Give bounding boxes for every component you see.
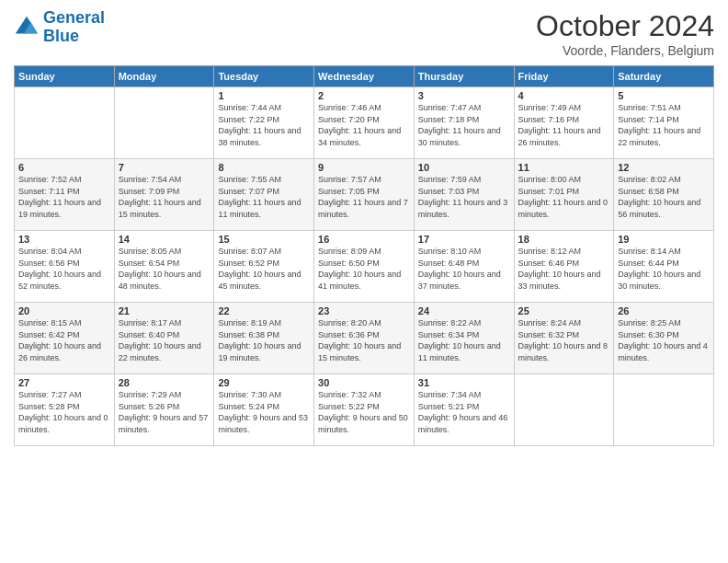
day-info: Sunrise: 7:30 AM Sunset: 5:24 PM Dayligh… [218,389,310,435]
day-cell [114,87,214,159]
day-cell: 6Sunrise: 7:52 AM Sunset: 7:11 PM Daylig… [15,159,115,231]
col-header-tuesday: Tuesday [214,66,314,87]
day-cell: 1Sunrise: 7:44 AM Sunset: 7:22 PM Daylig… [214,87,314,159]
day-number: 1 [218,90,310,101]
header: General Blue October 2024 Voorde, Flande… [14,9,714,58]
day-number: 12 [618,162,710,173]
day-cell: 10Sunrise: 7:59 AM Sunset: 7:03 PM Dayli… [414,159,514,231]
day-info: Sunrise: 8:05 AM Sunset: 6:54 PM Dayligh… [119,246,210,292]
day-info: Sunrise: 8:15 AM Sunset: 6:42 PM Dayligh… [18,317,110,363]
day-info: Sunrise: 7:52 AM Sunset: 7:11 PM Dayligh… [18,174,110,220]
day-info: Sunrise: 8:20 AM Sunset: 6:36 PM Dayligh… [318,317,410,363]
day-number: 4 [518,90,610,101]
col-header-friday: Friday [514,66,614,87]
day-number: 2 [318,90,410,101]
day-info: Sunrise: 7:51 AM Sunset: 7:14 PM Dayligh… [618,102,710,148]
day-info: Sunrise: 8:10 AM Sunset: 6:48 PM Dayligh… [418,246,510,292]
day-number: 23 [318,305,410,316]
logo-general: General [43,8,105,27]
day-number: 15 [218,234,310,245]
day-cell: 3Sunrise: 7:47 AM Sunset: 7:18 PM Daylig… [414,87,514,159]
col-header-saturday: Saturday [614,66,714,87]
day-number: 30 [318,377,410,388]
day-cell: 16Sunrise: 8:09 AM Sunset: 6:50 PM Dayli… [314,231,415,303]
day-info: Sunrise: 7:55 AM Sunset: 7:07 PM Dayligh… [218,174,310,220]
day-cell: 26Sunrise: 8:25 AM Sunset: 6:30 PM Dayli… [614,303,714,374]
day-number: 17 [418,234,510,245]
day-number: 24 [418,305,510,316]
day-cell: 23Sunrise: 8:20 AM Sunset: 6:36 PM Dayli… [314,303,415,374]
location: Voorde, Flanders, Belgium [536,43,714,58]
day-number: 22 [218,305,310,316]
day-info: Sunrise: 8:14 AM Sunset: 6:44 PM Dayligh… [618,246,710,292]
day-cell: 8Sunrise: 7:55 AM Sunset: 7:07 PM Daylig… [214,159,314,231]
col-header-wednesday: Wednesday [314,66,415,87]
day-number: 28 [119,377,210,388]
day-number: 16 [318,234,410,245]
day-info: Sunrise: 8:09 AM Sunset: 6:50 PM Dayligh… [318,246,410,292]
day-info: Sunrise: 8:24 AM Sunset: 6:32 PM Dayligh… [518,317,610,363]
week-row-0: 1Sunrise: 7:44 AM Sunset: 7:22 PM Daylig… [15,87,714,159]
day-info: Sunrise: 7:59 AM Sunset: 7:03 PM Dayligh… [418,174,510,220]
week-row-3: 20Sunrise: 8:15 AM Sunset: 6:42 PM Dayli… [15,303,714,374]
day-info: Sunrise: 8:07 AM Sunset: 6:52 PM Dayligh… [218,246,310,292]
day-cell: 5Sunrise: 7:51 AM Sunset: 7:14 PM Daylig… [614,87,714,159]
day-info: Sunrise: 8:17 AM Sunset: 6:40 PM Dayligh… [119,317,210,363]
day-info: Sunrise: 8:12 AM Sunset: 6:46 PM Dayligh… [518,246,610,292]
month-title: October 2024 [536,9,714,43]
day-number: 13 [18,234,110,245]
col-header-monday: Monday [114,66,214,87]
day-cell: 27Sunrise: 7:27 AM Sunset: 5:28 PM Dayli… [15,374,115,446]
day-number: 20 [18,305,110,316]
day-cell: 15Sunrise: 8:07 AM Sunset: 6:52 PM Dayli… [214,231,314,303]
day-cell: 20Sunrise: 8:15 AM Sunset: 6:42 PM Dayli… [15,303,115,374]
day-cell: 4Sunrise: 7:49 AM Sunset: 7:16 PM Daylig… [514,87,614,159]
day-cell: 14Sunrise: 8:05 AM Sunset: 6:54 PM Dayli… [114,231,214,303]
logo-blue: Blue [43,27,79,45]
calendar-table: SundayMondayTuesdayWednesdayThursdayFrid… [14,65,714,446]
day-info: Sunrise: 7:32 AM Sunset: 5:22 PM Dayligh… [318,389,410,435]
day-info: Sunrise: 7:29 AM Sunset: 5:26 PM Dayligh… [119,389,210,435]
day-cell: 24Sunrise: 8:22 AM Sunset: 6:34 PM Dayli… [414,303,514,374]
week-row-4: 27Sunrise: 7:27 AM Sunset: 5:28 PM Dayli… [15,374,714,446]
logo-icon [14,15,40,40]
day-cell: 18Sunrise: 8:12 AM Sunset: 6:46 PM Dayli… [514,231,614,303]
day-number: 18 [518,234,610,245]
week-row-2: 13Sunrise: 8:04 AM Sunset: 6:56 PM Dayli… [15,231,714,303]
day-number: 29 [218,377,310,388]
day-cell: 12Sunrise: 8:02 AM Sunset: 6:58 PM Dayli… [614,159,714,231]
day-cell: 25Sunrise: 8:24 AM Sunset: 6:32 PM Dayli… [514,303,614,374]
logo: General Blue [14,9,105,46]
day-cell: 21Sunrise: 8:17 AM Sunset: 6:40 PM Dayli… [114,303,214,374]
day-info: Sunrise: 7:57 AM Sunset: 7:05 PM Dayligh… [318,174,410,220]
day-number: 6 [18,162,110,173]
day-cell [514,374,614,446]
day-number: 21 [119,305,210,316]
week-row-1: 6Sunrise: 7:52 AM Sunset: 7:11 PM Daylig… [15,159,714,231]
day-cell: 13Sunrise: 8:04 AM Sunset: 6:56 PM Dayli… [15,231,115,303]
col-header-sunday: Sunday [15,66,115,87]
day-number: 14 [119,234,210,245]
day-info: Sunrise: 7:34 AM Sunset: 5:21 PM Dayligh… [418,389,510,435]
day-number: 8 [218,162,310,173]
day-info: Sunrise: 7:47 AM Sunset: 7:18 PM Dayligh… [418,102,510,148]
day-info: Sunrise: 7:44 AM Sunset: 7:22 PM Dayligh… [218,102,310,148]
day-cell: 29Sunrise: 7:30 AM Sunset: 5:24 PM Dayli… [214,374,314,446]
day-info: Sunrise: 8:02 AM Sunset: 6:58 PM Dayligh… [618,174,710,220]
day-number: 10 [418,162,510,173]
day-info: Sunrise: 8:22 AM Sunset: 6:34 PM Dayligh… [418,317,510,363]
day-cell: 19Sunrise: 8:14 AM Sunset: 6:44 PM Dayli… [614,231,714,303]
day-number: 3 [418,90,510,101]
day-info: Sunrise: 7:54 AM Sunset: 7:09 PM Dayligh… [119,174,210,220]
day-info: Sunrise: 7:46 AM Sunset: 7:20 PM Dayligh… [318,102,410,148]
header-row: SundayMondayTuesdayWednesdayThursdayFrid… [15,66,714,87]
day-cell: 11Sunrise: 8:00 AM Sunset: 7:01 PM Dayli… [514,159,614,231]
title-area: October 2024 Voorde, Flanders, Belgium [536,9,714,58]
day-cell: 22Sunrise: 8:19 AM Sunset: 6:38 PM Dayli… [214,303,314,374]
day-cell [15,87,115,159]
day-number: 26 [618,305,710,316]
day-info: Sunrise: 7:27 AM Sunset: 5:28 PM Dayligh… [18,389,110,435]
day-cell: 9Sunrise: 7:57 AM Sunset: 7:05 PM Daylig… [314,159,415,231]
day-cell: 28Sunrise: 7:29 AM Sunset: 5:26 PM Dayli… [114,374,214,446]
day-info: Sunrise: 7:49 AM Sunset: 7:16 PM Dayligh… [518,102,610,148]
